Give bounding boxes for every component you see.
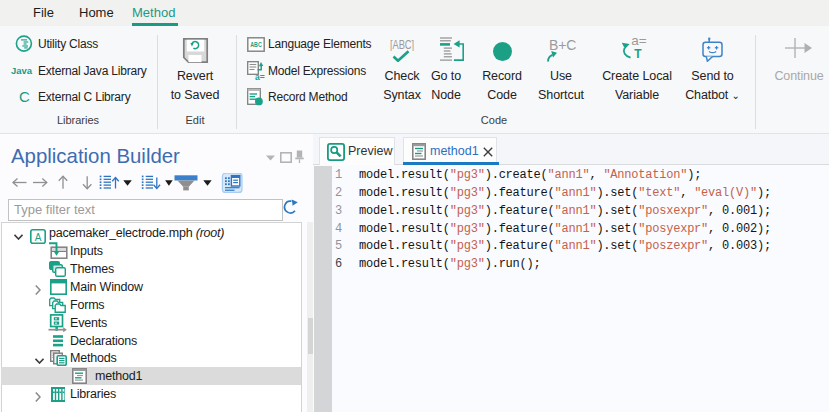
svg-text:A: A — [35, 231, 42, 242]
svg-text:T: T — [634, 47, 642, 60]
svg-text:ABC: ABC — [250, 41, 262, 48]
svg-text:a=: a= — [255, 72, 265, 80]
svg-text:a=: a= — [631, 34, 646, 48]
